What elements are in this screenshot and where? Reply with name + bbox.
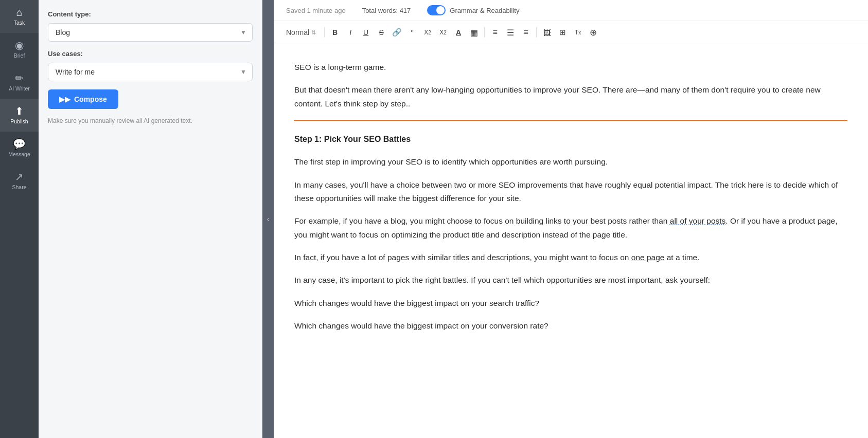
format-arrows-icon: ⇅: [311, 29, 316, 36]
content-type-wrapper: Blog Article Social Post Email ▼: [48, 23, 253, 42]
use-cases-label: Use cases:: [48, 50, 253, 58]
table-button[interactable]: ⊞: [555, 25, 570, 40]
use-cases-select[interactable]: Write for me Rewrite Summarize Expand: [48, 63, 253, 81]
format-label: Normal: [286, 28, 309, 36]
link-button[interactable]: 🔗: [389, 25, 404, 40]
sidebar-item-ai-writer[interactable]: ✏ AI Writer: [0, 66, 39, 99]
para-5: For example, if you have a blog, you mig…: [294, 214, 847, 242]
grammar-label: Grammar & Readability: [450, 7, 519, 14]
para-9: Which changes would have the biggest imp…: [294, 319, 847, 333]
sidebar-label-message: Message: [8, 151, 30, 157]
total-words-label: Total words:: [362, 7, 398, 14]
italic-button[interactable]: I: [343, 25, 358, 40]
grammar-toggle[interactable]: Grammar & Readability: [427, 5, 519, 15]
editor-content[interactable]: SEO is a long-term game. But that doesn'…: [274, 44, 868, 438]
para-2: But that doesn't mean there aren't any l…: [294, 83, 847, 111]
total-words: Total words: 417: [362, 7, 411, 14]
para-8: Which changes would have the biggest imp…: [294, 297, 847, 310]
compose-btn-label: Compose: [74, 95, 107, 103]
use-cases-wrapper: Write for me Rewrite Summarize Expand ▼: [48, 63, 253, 81]
toggle-knob: [436, 6, 445, 14]
saved-status: Saved 1 minute ago: [286, 7, 346, 14]
clear-format-button[interactable]: Tx: [571, 25, 585, 40]
content-type-select[interactable]: Blog Article Social Post Email: [48, 23, 253, 42]
sidebar-label-task: Task: [14, 20, 25, 26]
content-type-label: Content type:: [48, 10, 253, 18]
editor-area: Saved 1 minute ago Total words: 417 Gram…: [274, 0, 868, 438]
image-button[interactable]: 🖼: [540, 25, 554, 40]
ai-disclaimer: Make sure you manually review all AI gen…: [48, 116, 253, 125]
toolbar: Normal ⇅ B I U S 🔗 " X2 X2 A ▦ ≡ ☰ ≡ 🖼 ⊞…: [274, 21, 868, 44]
sidebar-label-brief: Brief: [14, 52, 25, 59]
ordered-list-button[interactable]: ≡: [488, 25, 502, 40]
font-color-button[interactable]: A: [451, 25, 466, 40]
underline-link-1[interactable]: one page: [631, 253, 665, 262]
sidebar-item-share[interactable]: ↗ Share: [0, 165, 39, 197]
sidebar: ⌂ Task ◉ Brief ✏ AI Writer ⬆ Publish 💬 M…: [0, 0, 39, 438]
highlight-button[interactable]: ▦: [467, 25, 481, 40]
format-select[interactable]: Normal ⇅: [283, 26, 319, 39]
sidebar-item-publish[interactable]: ⬆ Publish: [0, 99, 39, 132]
unordered-list-button[interactable]: ☰: [503, 25, 518, 40]
sidebar-label-ai-writer: AI Writer: [9, 85, 30, 92]
controls-panel: Content type: Blog Article Social Post E…: [39, 0, 262, 438]
sidebar-label-publish: Publish: [10, 118, 28, 124]
publish-icon: ⬆: [15, 106, 24, 116]
para-4: In many cases, you'll have a choice betw…: [294, 178, 847, 206]
para-6: In fact, if you have a lot of pages with…: [294, 251, 847, 264]
bold-button[interactable]: B: [328, 25, 342, 40]
brief-icon: ◉: [15, 40, 24, 50]
toolbar-separator-1: [324, 27, 325, 38]
task-icon: ⌂: [16, 7, 22, 17]
sidebar-item-message[interactable]: 💬 Message: [0, 132, 39, 165]
quote-button[interactable]: ": [405, 25, 419, 40]
compose-play-icon: ▶▶: [59, 95, 70, 103]
heading-step-1: Step 1: Pick Your SEO Battles: [294, 132, 847, 146]
toolbar-separator-3: [536, 27, 537, 38]
ai-writer-icon: ✏: [15, 73, 24, 83]
message-icon: 💬: [13, 139, 26, 149]
top-bar: Saved 1 minute ago Total words: 417 Gram…: [274, 0, 868, 21]
sidebar-label-share: Share: [12, 184, 26, 190]
dotted-link-1[interactable]: all of your posts: [670, 216, 726, 225]
chevron-left-icon: ‹: [267, 215, 270, 223]
align-button[interactable]: ≡: [519, 25, 533, 40]
compose-button[interactable]: ▶▶ Compose: [48, 89, 118, 109]
insert-button[interactable]: ⊕: [586, 25, 600, 40]
para-7: In any case, it's important to pick the …: [294, 273, 847, 287]
sidebar-item-task[interactable]: ⌂ Task: [0, 0, 39, 33]
toolbar-separator-2: [484, 27, 485, 38]
superscript-button[interactable]: X2: [436, 25, 450, 40]
total-words-count: 417: [400, 7, 411, 14]
sidebar-item-brief[interactable]: ◉ Brief: [0, 33, 39, 66]
underline-button[interactable]: U: [359, 25, 373, 40]
strikethrough-button[interactable]: S: [374, 25, 388, 40]
collapse-panel-button[interactable]: ‹: [262, 0, 274, 438]
orange-divider: [294, 120, 847, 121]
para-3: The first step in improving your SEO is …: [294, 155, 847, 169]
grammar-toggle-switch[interactable]: [427, 5, 446, 15]
subscript-button[interactable]: X2: [420, 25, 435, 40]
para-1: SEO is a long-term game.: [294, 61, 847, 74]
share-icon: ↗: [15, 172, 24, 182]
